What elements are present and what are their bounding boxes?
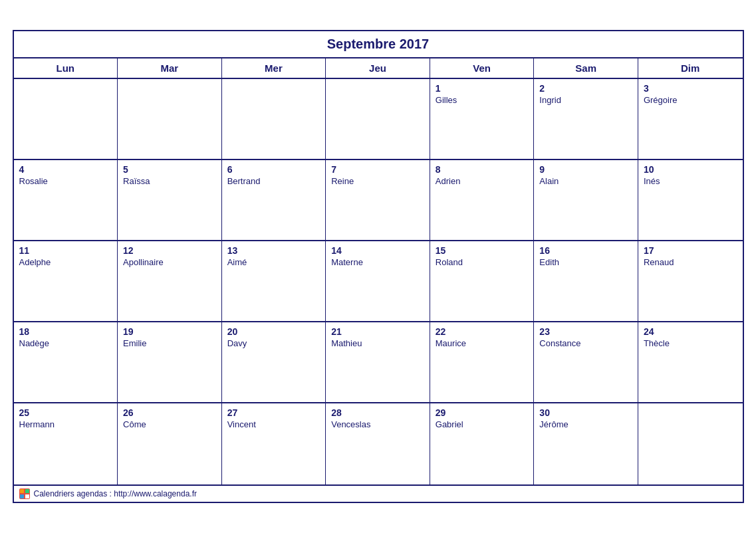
- calendar-cell: 28Venceslas: [326, 403, 430, 484]
- cell-day-number: 12: [123, 245, 216, 256]
- footer-icon: [19, 488, 30, 499]
- calendar-cell: 5Raïssa: [118, 160, 222, 240]
- cell-saint-name: Gabriel: [436, 419, 529, 429]
- cell-saint-name: Grégoire: [644, 95, 737, 105]
- cell-day-number: 14: [331, 245, 424, 256]
- calendar-cell: 4Rosalie: [14, 160, 118, 240]
- header-day-ven: Ven: [430, 58, 535, 78]
- cell-saint-name: Edith: [539, 257, 632, 267]
- calendar-cell: 20Davy: [222, 322, 326, 402]
- cell-saint-name: Apollinaire: [123, 257, 216, 267]
- cell-day-number: 25: [19, 407, 112, 418]
- cell-saint-name: Ingrid: [539, 95, 632, 105]
- cell-saint-name: Reine: [331, 176, 424, 186]
- cell-day-number: 1: [436, 83, 529, 94]
- cell-saint-name: Inés: [644, 176, 737, 186]
- cell-day-number: 4: [19, 164, 112, 175]
- calendar-cell: 13Aimé: [222, 241, 326, 321]
- calendar-cell: 15Roland: [430, 241, 535, 321]
- cell-saint-name: Materne: [331, 257, 424, 267]
- cell-day-number: 7: [331, 164, 424, 175]
- svg-rect-3: [20, 494, 24, 498]
- cell-saint-name: Bertrand: [227, 176, 320, 186]
- cell-day-number: 21: [331, 326, 424, 337]
- header-day-sam: Sam: [534, 58, 638, 78]
- cell-day-number: 26: [123, 407, 216, 418]
- calendar-cell: [638, 403, 743, 484]
- cell-day-number: 2: [539, 83, 632, 94]
- cell-day-number: 3: [644, 83, 737, 94]
- calendar-cell: [326, 79, 430, 159]
- cell-day-number: 16: [539, 245, 632, 256]
- cell-day-number: 18: [19, 326, 112, 337]
- cell-saint-name: Gilles: [436, 95, 529, 105]
- header-day-mar: Mar: [118, 58, 222, 78]
- cell-day-number: 9: [539, 164, 632, 175]
- cell-saint-name: Nadège: [19, 338, 112, 348]
- cell-day-number: 6: [227, 164, 320, 175]
- cell-day-number: 20: [227, 326, 320, 337]
- cell-saint-name: Roland: [436, 257, 529, 267]
- footer-text: Calendriers agendas : http://www.calagen…: [34, 489, 197, 498]
- calendar-cell: 29Gabriel: [430, 403, 535, 484]
- calendar: Septembre 2017 LunMarMerJeuVenSamDim 1Gi…: [13, 30, 744, 503]
- calendar-cell: 11Adelphe: [14, 241, 118, 321]
- calendar-week-1: 1Gilles2Ingrid3Grégoire: [14, 79, 743, 160]
- cell-saint-name: Vincent: [227, 419, 320, 429]
- cell-day-number: 8: [436, 164, 529, 175]
- calendar-header: LunMarMerJeuVenSamDim: [14, 58, 743, 79]
- calendar-footer: Calendriers agendas : http://www.calagen…: [14, 484, 743, 502]
- cell-saint-name: Hermann: [19, 419, 112, 429]
- cell-saint-name: Adelphe: [19, 257, 112, 267]
- cell-day-number: 23: [539, 326, 632, 337]
- calendar-week-4: 18Nadège19Emilie20Davy21Mathieu22Maurice…: [14, 322, 743, 403]
- calendar-cell: 21Mathieu: [326, 322, 430, 402]
- cell-day-number: 27: [227, 407, 320, 418]
- cell-day-number: 24: [644, 326, 737, 337]
- cell-day-number: 10: [644, 164, 737, 175]
- calendar-cell: 7Reine: [326, 160, 430, 240]
- cell-day-number: 30: [539, 407, 632, 418]
- calendar-week-3: 11Adelphe12Apollinaire13Aimé14Materne15R…: [14, 241, 743, 322]
- cell-saint-name: Rosalie: [19, 176, 112, 186]
- cell-day-number: 22: [436, 326, 529, 337]
- calendar-cell: 10Inés: [638, 160, 743, 240]
- cell-saint-name: Aimé: [227, 257, 320, 267]
- calendar-week-2: 4Rosalie5Raïssa6Bertrand7Reine8Adrien9Al…: [14, 160, 743, 241]
- calendar-cell: [222, 79, 326, 159]
- header-day-mer: Mer: [222, 58, 326, 78]
- header-day-jeu: Jeu: [326, 58, 430, 78]
- cell-saint-name: Emilie: [123, 338, 216, 348]
- cell-day-number: 28: [331, 407, 424, 418]
- calendar-cell: [14, 79, 118, 159]
- calendar-week-5: 25Hermann26Côme27Vincent28Venceslas29Gab…: [14, 403, 743, 484]
- calendar-cell: 22Maurice: [430, 322, 535, 402]
- calendar-cell: 26Côme: [118, 403, 222, 484]
- calendar-cell: 17Renaud: [638, 241, 743, 321]
- cell-saint-name: Adrien: [436, 176, 529, 186]
- cell-saint-name: Alain: [539, 176, 632, 186]
- calendar-cell: 16Edith: [534, 241, 638, 321]
- calendar-body: 1Gilles2Ingrid3Grégoire4Rosalie5Raïssa6B…: [14, 79, 743, 484]
- header-day-lun: Lun: [14, 58, 118, 78]
- cell-saint-name: Davy: [227, 338, 320, 348]
- svg-rect-2: [25, 489, 29, 493]
- calendar-cell: 6Bertrand: [222, 160, 326, 240]
- calendar-cell: 14Materne: [326, 241, 430, 321]
- cell-saint-name: Jérôme: [539, 419, 632, 429]
- calendar-cell: 24Thècle: [638, 322, 743, 402]
- cell-saint-name: Mathieu: [331, 338, 424, 348]
- cell-day-number: 19: [123, 326, 216, 337]
- cell-saint-name: Renaud: [644, 257, 737, 267]
- calendar-cell: 19Emilie: [118, 322, 222, 402]
- cell-saint-name: Venceslas: [331, 419, 424, 429]
- svg-rect-4: [25, 494, 29, 498]
- cell-day-number: 15: [436, 245, 529, 256]
- cell-saint-name: Raïssa: [123, 176, 216, 186]
- calendar-cell: 8Adrien: [430, 160, 535, 240]
- calendar-cell: 1Gilles: [430, 79, 535, 159]
- calendar-cell: 25Hermann: [14, 403, 118, 484]
- cell-day-number: 5: [123, 164, 216, 175]
- header-day-dim: Dim: [638, 58, 743, 78]
- calendar-cell: 12Apollinaire: [118, 241, 222, 321]
